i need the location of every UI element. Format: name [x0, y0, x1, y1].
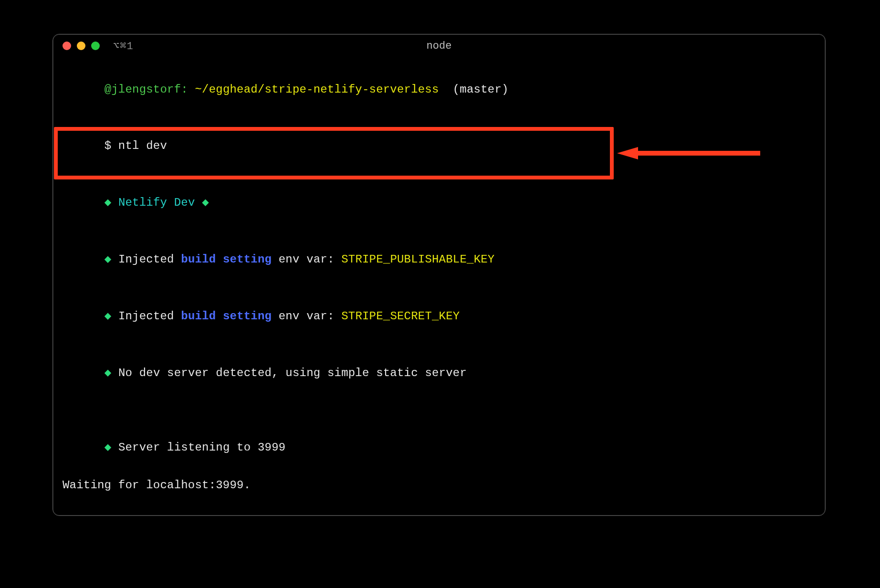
- tab-shortcut-hint: ⌥⌘1: [113, 40, 134, 52]
- diamond-icon: ◆: [105, 310, 112, 323]
- diamond-icon: ◆: [105, 196, 112, 209]
- prompt-user: @jlengstorf:: [105, 83, 195, 96]
- injected-mid: env var:: [272, 253, 341, 266]
- env-var-name: STRIPE_PUBLISHABLE_KEY: [341, 253, 494, 266]
- command-line: $ ntl dev: [63, 118, 816, 175]
- window-title: node: [53, 40, 825, 52]
- diamond-icon: ◆: [105, 441, 112, 454]
- minimize-icon[interactable]: [77, 42, 85, 50]
- prompt-path: ~/egghead/stripe-netlify-serverless: [195, 83, 439, 96]
- diamond-icon: ◆: [105, 253, 112, 266]
- injected-var-line-2: ◆ Injected build setting env var: STRIPE…: [63, 288, 816, 345]
- no-dev-server-line: ◆ No dev server detected, using simple s…: [63, 345, 816, 401]
- injected-prefix: Injected: [111, 310, 181, 323]
- netlify-dev-label: Netlify Dev: [111, 196, 202, 209]
- terminal-output[interactable]: @jlengstorf: ~/egghead/stripe-netlify-se…: [53, 57, 825, 516]
- diamond-icon: ◆: [105, 367, 112, 379]
- netlify-dev-banner: ◆ Netlify Dev ◆: [63, 175, 816, 231]
- traffic-lights: [63, 42, 100, 50]
- close-icon[interactable]: [63, 42, 71, 50]
- server-listen-line: ◆ Server listening to 3999: [63, 420, 816, 476]
- no-dev-text: No dev server detected, using simple sta…: [111, 367, 467, 379]
- prompt-branch: (master): [439, 83, 509, 96]
- command-text: ntl dev: [118, 139, 167, 152]
- blank-line: [63, 401, 816, 420]
- prompt-symbol: $: [105, 139, 118, 152]
- env-var-name: STRIPE_SECRET_KEY: [341, 310, 460, 323]
- diamond-icon: ◆: [202, 196, 209, 209]
- titlebar: ⌥⌘1 node: [53, 34, 825, 57]
- injected-mid: env var:: [272, 310, 341, 323]
- lambda-line: ◆ Lambda server is listening on 34567: [63, 495, 816, 516]
- waiting-line-1: Waiting for localhost:3999.: [63, 476, 816, 495]
- build-setting-label: build setting: [181, 310, 272, 323]
- server-listen-text: Server listening to 3999: [111, 441, 285, 454]
- prompt-line: @jlengstorf: ~/egghead/stripe-netlify-se…: [63, 61, 816, 118]
- zoom-icon[interactable]: [91, 42, 100, 50]
- injected-var-line-1: ◆ Injected build setting env var: STRIPE…: [63, 231, 816, 288]
- build-setting-label: build setting: [181, 253, 272, 266]
- injected-prefix: Injected: [111, 253, 181, 266]
- terminal-window: ⌥⌘1 node @jlengstorf: ~/egghead/stripe-n…: [52, 34, 826, 516]
